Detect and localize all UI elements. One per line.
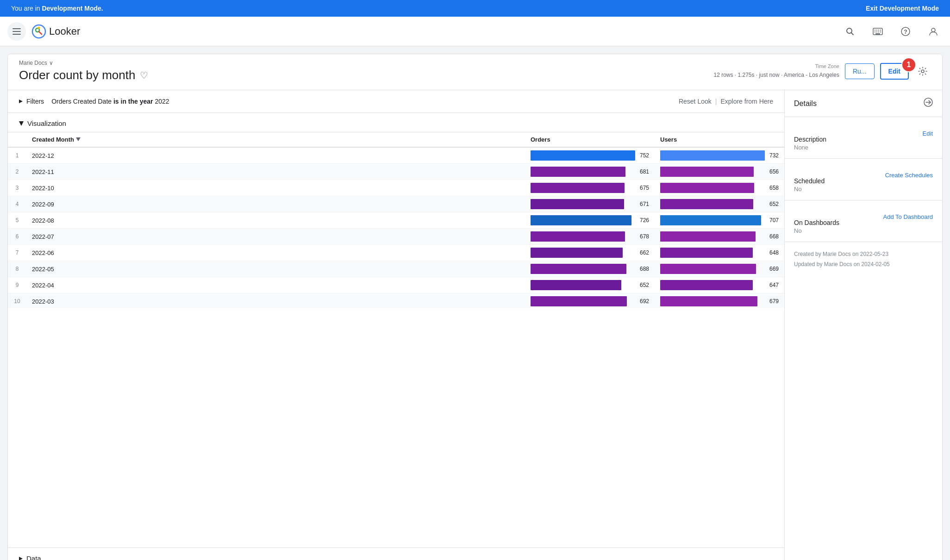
details-arrow-icon[interactable]	[924, 98, 933, 109]
data-table-scroll[interactable]: Created Month Orders Users 1 2022-12	[8, 132, 784, 308]
search-button[interactable]	[841, 22, 859, 41]
table-row: 5 2022-08 726 707	[8, 212, 784, 229]
nav-right: ?	[841, 22, 943, 41]
table-row: 2 2022-11 681 656	[8, 164, 784, 180]
page-title-text: Order count by month	[19, 68, 135, 82]
details-title-text: Details	[794, 100, 817, 108]
hamburger-button[interactable]	[7, 22, 26, 41]
filter-tag: Orders Created Date is in the year 2022	[51, 98, 169, 105]
svg-rect-10	[875, 30, 875, 31]
row-num: 8	[8, 261, 26, 277]
users-bar-cell: 732	[655, 147, 784, 164]
users-bar-cell: 658	[655, 180, 784, 196]
dev-banner: You are in Development Mode. Exit Develo…	[0, 0, 950, 17]
data-table: Created Month Orders Users 1 2022-12	[8, 132, 784, 308]
svg-point-22	[921, 70, 924, 73]
col-num	[8, 132, 26, 148]
col-month-header[interactable]: Created Month	[26, 132, 525, 148]
row-num: 9	[8, 277, 26, 293]
dashboards-section: On Dashboards Add To Dashboard No	[785, 200, 942, 242]
svg-rect-16	[878, 31, 879, 32]
scheduled-section: Scheduled Create Schedules No	[785, 159, 942, 200]
breadcrumb[interactable]: Marie Docs ∨	[19, 60, 148, 66]
svg-point-21	[931, 28, 935, 32]
data-section[interactable]: Data	[8, 548, 784, 560]
add-to-dashboard-link[interactable]: Add To Dashboard	[883, 213, 933, 220]
help-button[interactable]: ?	[896, 22, 915, 41]
keyboard-button[interactable]	[869, 22, 887, 41]
row-num: 6	[8, 229, 26, 245]
svg-marker-23	[19, 100, 23, 103]
meta-info: Time Zone 12 rows · 1.275s · just now · …	[713, 62, 839, 80]
orders-bar-cell: 726	[525, 212, 655, 229]
users-bar-cell: 648	[655, 245, 784, 261]
svg-marker-24	[19, 121, 24, 126]
row-num: 3	[8, 180, 26, 196]
account-button[interactable]	[924, 22, 943, 41]
meta-timezone: Time Zone	[713, 62, 839, 71]
users-bar-cell: 656	[655, 164, 784, 180]
scheduled-row: Scheduled Create Schedules	[794, 172, 933, 186]
month-cell: 2022-07	[26, 229, 525, 245]
dev-banner-exit-button[interactable]: Exit Development Mode	[866, 5, 939, 12]
svg-rect-18	[875, 33, 880, 34]
reset-look-link[interactable]: Reset Look	[679, 98, 712, 105]
orders-bar-cell: 671	[525, 196, 655, 212]
create-schedules-link[interactable]: Create Schedules	[885, 172, 933, 179]
orders-bar-cell: 692	[525, 293, 655, 308]
svg-rect-11	[876, 30, 877, 31]
svg-rect-12	[878, 30, 879, 31]
svg-marker-26	[19, 557, 23, 560]
filters-toggle[interactable]: Filters	[19, 98, 44, 105]
breadcrumb-text: Marie Docs	[19, 60, 47, 66]
dashboards-label: On Dashboards	[794, 219, 839, 226]
table-row: 4 2022-09 671 652	[8, 196, 784, 212]
description-value: None	[794, 144, 933, 151]
users-bar-cell: 647	[655, 277, 784, 293]
main-content: Filters Orders Created Date is in the ye…	[8, 90, 942, 560]
main-wrapper: Marie Docs ∨ Order count by month ♡ Time…	[7, 54, 943, 560]
description-section: Description Edit None	[785, 117, 942, 159]
filters-label: Filters	[26, 98, 44, 105]
run-button[interactable]: Ru...	[845, 63, 875, 79]
row-num: 7	[8, 245, 26, 261]
dashboards-value: No	[794, 227, 933, 234]
svg-rect-0	[12, 28, 21, 29]
left-panel: Filters Orders Created Date is in the ye…	[8, 90, 785, 560]
users-bar-cell: 652	[655, 196, 784, 212]
row-num: 4	[8, 196, 26, 212]
users-bar-cell: 669	[655, 261, 784, 277]
top-nav: Looker	[0, 17, 950, 46]
edit-button[interactable]: Edit 1	[880, 63, 909, 80]
svg-text:?: ?	[904, 29, 907, 35]
audit-footer: Created by Marie Docs on 2022-05-23 Upda…	[785, 242, 942, 277]
data-section-label: Data	[26, 554, 41, 560]
looker-logo: Looker	[31, 24, 80, 39]
col-users-header[interactable]: Users	[655, 132, 784, 148]
dev-banner-text: You are in Development Mode.	[11, 5, 103, 12]
svg-marker-25	[76, 137, 81, 141]
month-cell: 2022-05	[26, 261, 525, 277]
svg-line-5	[39, 31, 42, 34]
table-row: 3 2022-10 675 658	[8, 180, 784, 196]
month-cell: 2022-08	[26, 212, 525, 229]
nav-left: Looker	[7, 22, 80, 41]
favorite-icon[interactable]: ♡	[140, 70, 148, 81]
description-edit-link[interactable]: Edit	[923, 130, 933, 137]
viz-header[interactable]: Visualization	[8, 113, 784, 132]
orders-bar-cell: 652	[525, 277, 655, 293]
table-row: 7 2022-06 662 648	[8, 245, 784, 261]
orders-bar-cell: 681	[525, 164, 655, 180]
table-row: 8 2022-05 688 669	[8, 261, 784, 277]
gear-button[interactable]	[914, 63, 931, 80]
users-bar-cell: 679	[655, 293, 784, 308]
explore-from-here-link[interactable]: Explore from Here	[720, 98, 773, 105]
svg-rect-13	[880, 30, 881, 31]
meta-rows: 12 rows · 1.275s · just now · America - …	[713, 71, 839, 80]
description-row: Description Edit	[794, 130, 933, 144]
svg-rect-15	[876, 31, 877, 32]
row-num: 1	[8, 147, 26, 164]
users-bar-cell: 707	[655, 212, 784, 229]
col-orders-header[interactable]: Orders	[525, 132, 655, 148]
orders-bar-cell: 688	[525, 261, 655, 277]
